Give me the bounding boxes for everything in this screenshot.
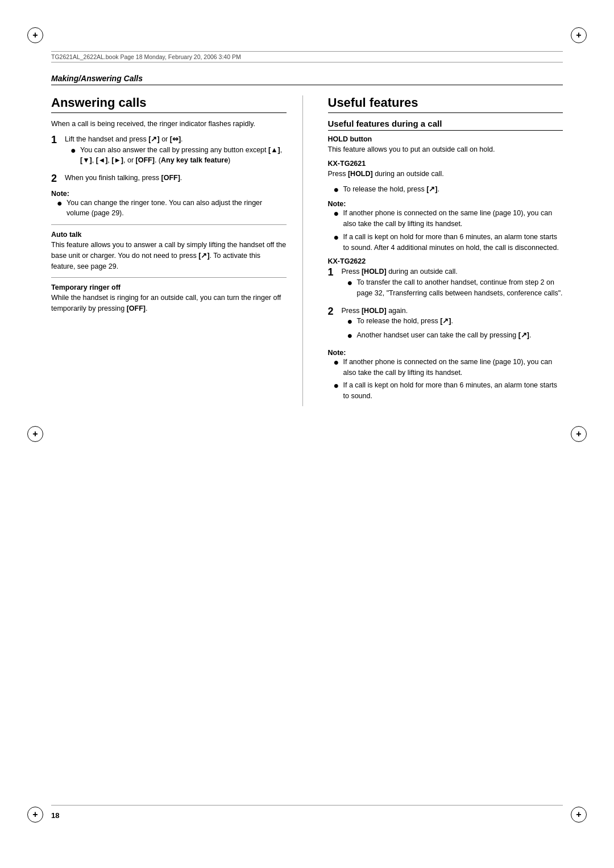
section-header: Making/Answering Calls <box>51 74 563 85</box>
auto-talk-heading: Auto talk <box>51 231 287 239</box>
step-1: 1 Lift the handset and press [↗] or [⇔].… <box>51 134 287 168</box>
left-column: Answering calls When a call is being rec… <box>51 95 303 406</box>
two-col-layout: Answering calls When a call is being rec… <box>51 95 563 406</box>
left-col-title: Answering calls <box>51 95 287 113</box>
step-1-bullet: ● You can also answer the call by pressi… <box>70 145 287 166</box>
kx2621-bullet-text-1: To release the hold, press [↗]. <box>343 184 439 196</box>
bottom-border-line <box>51 805 563 806</box>
reg-mark-mid-right <box>571 426 587 442</box>
kx2622-step-1-content: Press [HOLD] during an outside call. ● T… <box>342 266 563 301</box>
model-kx2622: KX-TG2622 <box>328 257 563 265</box>
reg-mark-bottom-right <box>571 807 587 823</box>
bullet-icon: ● <box>334 208 341 229</box>
kx2622-step-1-bullet: ● To transfer the call to another handse… <box>347 277 563 299</box>
kx2621-note-bullet-2: ● If a call is kept on hold for more tha… <box>334 232 563 253</box>
kx2622-step-1-bullet-text: To transfer the call to another handset,… <box>357 277 563 299</box>
left-note-bullet-text: You can change the ringer tone. You can … <box>67 198 287 219</box>
kx2621-note-bullet-1: ● If another phone is connected on the s… <box>334 208 563 229</box>
kx2621-note-text-1: If another phone is connected on the sam… <box>343 208 563 229</box>
bullet-icon: ● <box>334 380 341 402</box>
bullet-icon: ● <box>334 232 341 253</box>
file-info: TG2621AL_2622AL.book Page 18 Monday, Feb… <box>51 53 241 60</box>
kx2621-step: Press [HOLD] during an outside call. <box>328 169 563 180</box>
divider-auto-talk <box>51 224 287 225</box>
temp-ringer-text: While the handset is ringing for an outs… <box>51 293 287 314</box>
step-2: 2 When you finish talking, press [OFF]. <box>51 173 287 185</box>
reg-mark-top-right <box>571 27 587 43</box>
bullet-icon: ● <box>57 198 64 219</box>
kx2622-step-2: 2 Press [HOLD] again. ● To release the h… <box>328 306 563 344</box>
model-kx2621: KX-TG2621 <box>328 160 563 168</box>
left-note: Note: ● You can change the ringer tone. … <box>51 190 287 219</box>
kx2622-step-1-num: 1 <box>328 266 338 301</box>
reg-mark-top-left <box>27 27 43 43</box>
right-col-title: Useful features <box>328 95 563 113</box>
kx2622-step-1: 1 Press [HOLD] during an outside call. ●… <box>328 266 563 301</box>
left-intro: When a call is being received, the ringe… <box>51 119 287 130</box>
kx2622-note-text-2: If a call is kept on hold for more than … <box>343 380 563 402</box>
kx2622-note-bullet-2: ● If a call is kept on hold for more tha… <box>334 380 563 402</box>
kx2621-note: Note: ● If another phone is connected on… <box>328 200 563 253</box>
kx2622-note-bullet-1: ● If another phone is connected on the s… <box>334 357 563 378</box>
bullet-icon: ● <box>334 357 341 378</box>
left-note-label: Note: <box>51 190 287 198</box>
hold-button-text: This feature allows you to put an outsid… <box>328 144 563 155</box>
right-column: Useful features Useful features during a… <box>323 95 563 406</box>
kx2622-step-2-num: 2 <box>328 306 338 344</box>
bullet-icon: ● <box>347 316 354 328</box>
kx2622-note-text-1: If another phone is connected on the sam… <box>343 357 563 378</box>
step-2-num: 2 <box>51 173 61 185</box>
step-1-num: 1 <box>51 134 61 168</box>
content-area: Making/Answering Calls Answering calls W… <box>51 74 563 806</box>
top-meta-bar: TG2621AL_2622AL.book Page 18 Monday, Feb… <box>51 51 563 62</box>
page-wrapper: TG2621AL_2622AL.book Page 18 Monday, Feb… <box>0 0 614 868</box>
kx2621-note-label: Note: <box>328 200 563 208</box>
kx2622-note: Note: ● If another phone is connected on… <box>328 349 563 402</box>
kx2621-bullet-1: ● To release the hold, press [↗]. <box>334 184 563 196</box>
bullet-icon: ● <box>334 184 341 196</box>
kx2621-note-text-2: If a call is kept on hold for more than … <box>343 232 563 253</box>
step-1-bullet-text: You can also answer the call by pressing… <box>80 145 287 166</box>
divider-temp-ringer <box>51 277 287 278</box>
auto-talk-text: This feature allows you to answer a call… <box>51 240 287 272</box>
reg-mark-mid-left <box>27 426 43 442</box>
hold-button-heading: HOLD button <box>328 135 563 143</box>
subsection-heading: Useful features during a call <box>328 119 563 131</box>
page-number: 18 <box>51 811 59 820</box>
kx2622-step-2-bullet-text-1: To release the hold, press [↗]. <box>357 316 453 328</box>
step-1-content: Lift the handset and press [↗] or [⇔]. ●… <box>65 134 287 168</box>
bullet-icon: ● <box>70 145 77 166</box>
kx2622-step-2-bullet-2: ● Another handset user can take the call… <box>347 330 532 342</box>
reg-mark-bottom-left <box>27 807 43 823</box>
kx2622-step-2-content: Press [HOLD] again. ● To release the hol… <box>342 306 532 344</box>
bullet-icon: ● <box>347 277 354 299</box>
bullet-icon: ● <box>347 330 354 342</box>
kx2622-step-2-bullet-1: ● To release the hold, press [↗]. <box>347 316 532 328</box>
kx2622-note-label: Note: <box>328 349 563 357</box>
temp-ringer-heading: Temporary ringer off <box>51 283 287 291</box>
step-2-content: When you finish talking, press [OFF]. <box>65 173 182 185</box>
kx2622-step-2-bullet-text-2: Another handset user can take the call b… <box>357 330 532 342</box>
left-note-bullet: ● You can change the ringer tone. You ca… <box>57 198 287 219</box>
